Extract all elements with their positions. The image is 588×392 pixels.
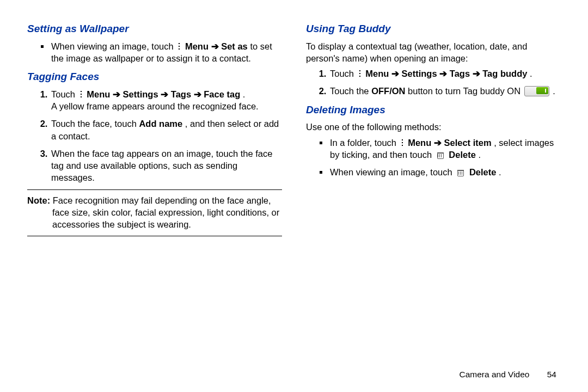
heading-tag-buddy: Using Tag Buddy bbox=[306, 22, 561, 36]
overflow-menu-icon bbox=[358, 70, 362, 78]
text: Touch bbox=[51, 89, 78, 99]
arrow: ➔ bbox=[211, 41, 222, 51]
text: When viewing an image, touch bbox=[51, 41, 176, 51]
right-column: Using Tag Buddy To display a contextual … bbox=[306, 21, 561, 359]
addname-label: Add name bbox=[139, 119, 182, 128]
settings-label: Settings bbox=[402, 69, 437, 78]
text: Touch the face, touch bbox=[51, 119, 139, 128]
left-column: Setting as Wallpaper When viewing an ima… bbox=[27, 21, 282, 359]
facetag-label: Face tag bbox=[204, 89, 240, 99]
text: . bbox=[530, 69, 532, 78]
text: . bbox=[499, 167, 501, 177]
note-first-line: Face recognition may fail depending on t… bbox=[53, 195, 271, 205]
arrow: ➔ bbox=[473, 69, 483, 78]
text: Touch bbox=[330, 69, 357, 78]
tagbuddy-steps: Touch Menu ➔ Settings ➔ Tags ➔ Tag buddy… bbox=[306, 68, 561, 97]
text: In a folder, touch bbox=[330, 138, 399, 148]
step-1: Touch Menu ➔ Settings ➔ Tags ➔ Face tag … bbox=[50, 88, 282, 113]
delete-bullet-1: In a folder, touch Menu ➔ Select item , … bbox=[329, 137, 561, 161]
step-2: Touch the OFF/ON button to turn Tag budd… bbox=[329, 85, 561, 97]
page-footer: Camera and Video 54 bbox=[459, 369, 556, 381]
arrow: ➔ bbox=[194, 89, 204, 99]
text: . bbox=[478, 150, 481, 160]
delete-label: Delete bbox=[449, 150, 476, 160]
note-block: Note: Face recognition may fail dependin… bbox=[27, 194, 282, 231]
tagbuddy-label: Tag buddy bbox=[482, 69, 527, 78]
overflow-menu-icon bbox=[400, 139, 405, 147]
arrow: ➔ bbox=[391, 69, 402, 78]
tags-label: Tags bbox=[171, 89, 191, 99]
offon-label: OFF/ON bbox=[371, 86, 405, 96]
wallpaper-bullet: When viewing an image, touch Menu ➔ Set … bbox=[50, 40, 282, 65]
arrow: ➔ bbox=[439, 69, 450, 78]
overflow-menu-icon bbox=[79, 91, 83, 99]
wallpaper-list: When viewing an image, touch Menu ➔ Set … bbox=[27, 40, 282, 65]
heading-tagging-faces: Tagging Faces bbox=[27, 70, 282, 84]
tagbuddy-intro: To display a contextual tag (weather, lo… bbox=[306, 40, 561, 65]
text: A yellow frame appears around the recogn… bbox=[51, 101, 259, 111]
step-1: Touch Menu ➔ Settings ➔ Tags ➔ Tag buddy… bbox=[329, 68, 561, 79]
menu-label: Menu bbox=[365, 69, 389, 78]
step-2: Touch the face, touch Add name , and the… bbox=[50, 118, 282, 142]
heading-deleting: Deleting Images bbox=[306, 103, 561, 117]
step-3: When the face tag appears on an image, t… bbox=[50, 148, 282, 184]
toggle-on-icon bbox=[524, 86, 549, 96]
divider bbox=[27, 236, 282, 236]
settings-label: Settings bbox=[123, 89, 158, 99]
tags-label: Tags bbox=[450, 69, 470, 78]
text: . bbox=[243, 89, 246, 99]
trash-icon bbox=[436, 150, 445, 160]
setas-label: Set as bbox=[221, 41, 248, 51]
overflow-menu-icon bbox=[177, 43, 181, 51]
delete-label: Delete bbox=[469, 167, 497, 177]
text: Touch the bbox=[330, 86, 371, 96]
text: When viewing an image, touch bbox=[330, 167, 455, 177]
text: When the face tag appears on an image, t… bbox=[51, 149, 272, 183]
arrow: ➔ bbox=[161, 89, 171, 99]
note-label: Note: bbox=[27, 195, 50, 205]
divider bbox=[27, 189, 282, 190]
arrow: ➔ bbox=[113, 89, 123, 99]
deleting-list: In a folder, touch Menu ➔ Select item , … bbox=[306, 137, 561, 179]
page-number: 54 bbox=[547, 370, 556, 379]
text: . bbox=[553, 86, 555, 96]
selectitem-label: Select item bbox=[444, 138, 491, 148]
menu-label: Menu bbox=[408, 138, 431, 148]
deleting-intro: Use one of the following methods: bbox=[306, 121, 561, 133]
arrow: ➔ bbox=[434, 138, 444, 148]
trash-icon bbox=[456, 168, 465, 177]
menu-label: Menu bbox=[185, 41, 209, 51]
note-body: face size, skin color, facial expression… bbox=[52, 206, 282, 231]
tagging-faces-steps: Touch Menu ➔ Settings ➔ Tags ➔ Face tag … bbox=[27, 88, 282, 184]
delete-bullet-2: When viewing an image, touch Delete . bbox=[329, 166, 561, 178]
text: button to turn Tag buddy ON bbox=[408, 86, 523, 96]
menu-label: Menu bbox=[87, 89, 110, 99]
chapter-title: Camera and Video bbox=[459, 370, 529, 379]
heading-wallpaper: Setting as Wallpaper bbox=[27, 22, 282, 36]
